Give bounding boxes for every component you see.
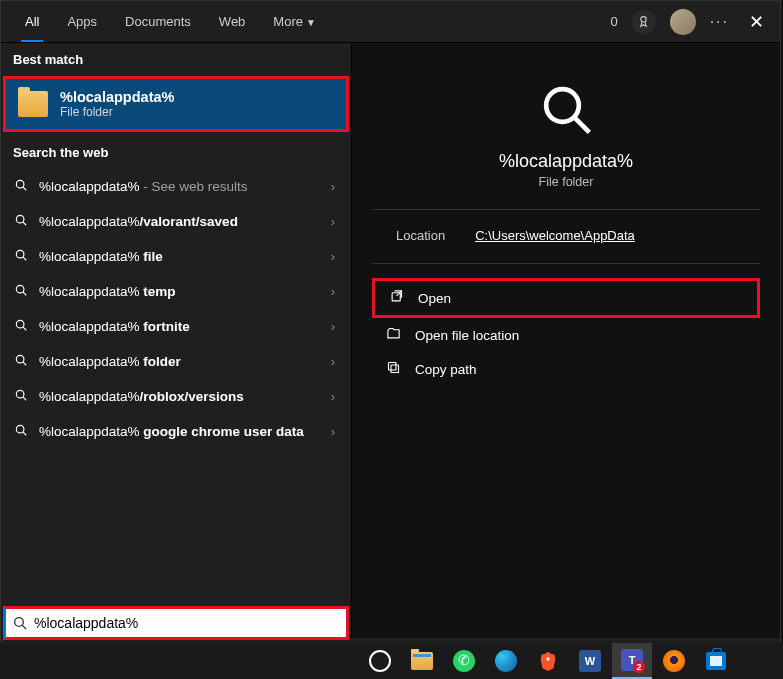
filter-tabs: All Apps Documents Web More▼ <box>11 2 330 41</box>
divider <box>372 263 760 264</box>
brave-icon <box>537 650 559 672</box>
search-box[interactable] <box>3 606 349 640</box>
chevron-right-icon: › <box>331 284 335 299</box>
search-icon <box>13 318 29 335</box>
web-result-item[interactable]: %localappdata% fortnite› <box>1 309 351 344</box>
taskbar-firefox[interactable] <box>654 643 694 679</box>
action-label: Copy path <box>415 362 477 377</box>
action-label: Open <box>418 291 451 306</box>
web-result-item[interactable]: %localappdata%/valorant/saved› <box>1 204 351 239</box>
tab-more[interactable]: More▼ <box>259 2 330 41</box>
edge-icon <box>495 650 517 672</box>
rewards-icon[interactable] <box>632 10 656 34</box>
best-match-item[interactable]: %localappdata% File folder <box>6 79 346 129</box>
location-value[interactable]: C:\Users\welcome\AppData <box>475 228 635 243</box>
svg-point-5 <box>16 250 24 258</box>
best-match-highlight: %localappdata% File folder <box>3 76 349 132</box>
svg-point-9 <box>16 320 24 328</box>
svg-point-0 <box>641 17 646 22</box>
search-input[interactable] <box>34 615 340 631</box>
svg-line-14 <box>23 397 26 400</box>
web-result-text: %localappdata% google chrome user data <box>39 424 321 439</box>
chevron-right-icon: › <box>331 249 335 264</box>
user-avatar[interactable] <box>670 9 696 35</box>
web-result-text: %localappdata% - See web results <box>39 179 321 194</box>
web-result-item[interactable]: %localappdata%/roblox/versions› <box>1 379 351 414</box>
tab-documents[interactable]: Documents <box>111 2 205 41</box>
web-result-text: %localappdata%/valorant/saved <box>39 214 321 229</box>
web-result-item[interactable]: %localappdata% temp› <box>1 274 351 309</box>
search-icon <box>13 213 29 230</box>
open-icon <box>389 289 404 307</box>
search-icon <box>13 178 29 195</box>
detail-subtitle: File folder <box>372 175 760 189</box>
taskbar-edge[interactable] <box>486 643 526 679</box>
best-match-subtitle: File folder <box>60 105 174 119</box>
header: All Apps Documents Web More▼ 0 ··· ✕ <box>1 1 780 43</box>
svg-point-17 <box>546 89 579 122</box>
web-result-item[interactable]: %localappdata% file› <box>1 239 351 274</box>
svg-line-10 <box>23 327 26 330</box>
svg-line-2 <box>23 187 26 190</box>
svg-point-1 <box>16 180 24 188</box>
tab-web[interactable]: Web <box>205 2 260 41</box>
svg-line-8 <box>23 292 26 295</box>
taskbar-cortana[interactable] <box>360 643 400 679</box>
web-result-item[interactable]: %localappdata% google chrome user data› <box>1 414 351 449</box>
search-icon <box>12 615 28 631</box>
header-right: 0 ··· ✕ <box>610 7 770 37</box>
web-result-item[interactable]: %localappdata% - See web results› <box>1 169 351 204</box>
svg-line-4 <box>23 222 26 225</box>
taskbar-brave[interactable] <box>528 643 568 679</box>
firefox-icon <box>663 650 685 672</box>
action-copy[interactable]: Copy path <box>372 352 760 386</box>
chevron-right-icon: › <box>331 424 335 439</box>
search-icon <box>13 423 29 440</box>
chevron-right-icon: › <box>331 214 335 229</box>
close-icon[interactable]: ✕ <box>743 7 770 37</box>
svg-line-12 <box>23 362 26 365</box>
chevron-right-icon: › <box>331 319 335 334</box>
taskbar-teams[interactable]: T <box>612 643 652 679</box>
search-icon <box>13 283 29 300</box>
svg-rect-21 <box>389 363 397 371</box>
search-window: All Apps Documents Web More▼ 0 ··· ✕ Bes… <box>0 0 781 677</box>
taskbar: W T <box>0 643 783 679</box>
taskbar-store[interactable] <box>696 643 736 679</box>
taskbar-word[interactable]: W <box>570 643 610 679</box>
action-open-location[interactable]: Open file location <box>372 318 760 352</box>
svg-line-18 <box>575 118 589 132</box>
body: Best match %localappdata% File folder Se… <box>1 43 780 638</box>
detail-panel: %localappdata% File folder Location C:\U… <box>351 43 780 638</box>
web-results-list: %localappdata% - See web results›%locala… <box>1 169 351 449</box>
web-result-item[interactable]: %localappdata% folder› <box>1 344 351 379</box>
whatsapp-icon <box>453 650 475 672</box>
word-icon: W <box>579 650 601 672</box>
tab-all[interactable]: All <box>11 2 53 41</box>
chevron-right-icon: › <box>331 354 335 369</box>
section-best-match-label: Best match <box>1 43 351 76</box>
open-location-icon <box>386 326 401 344</box>
svg-rect-20 <box>391 365 399 373</box>
svg-point-22 <box>15 618 24 627</box>
tab-apps[interactable]: Apps <box>53 2 111 41</box>
teams-icon: T <box>621 649 643 671</box>
copy-icon <box>386 360 401 378</box>
more-options-icon[interactable]: ··· <box>710 13 729 31</box>
file-explorer-icon <box>411 652 433 670</box>
web-result-text: %localappdata% file <box>39 249 321 264</box>
rewards-count: 0 <box>610 14 617 29</box>
web-result-text: %localappdata% temp <box>39 284 321 299</box>
folder-icon <box>18 91 48 117</box>
chevron-down-icon: ▼ <box>306 17 316 28</box>
taskbar-whatsapp[interactable] <box>444 643 484 679</box>
action-open[interactable]: Open <box>372 278 760 318</box>
actions-list: OpenOpen file locationCopy path <box>372 278 760 386</box>
results-panel: Best match %localappdata% File folder Se… <box>1 43 351 638</box>
taskbar-explorer[interactable] <box>402 643 442 679</box>
web-result-text: %localappdata% fortnite <box>39 319 321 334</box>
web-result-text: %localappdata% folder <box>39 354 321 369</box>
chevron-right-icon: › <box>331 389 335 404</box>
search-icon <box>13 388 29 405</box>
cortana-icon <box>369 650 391 672</box>
